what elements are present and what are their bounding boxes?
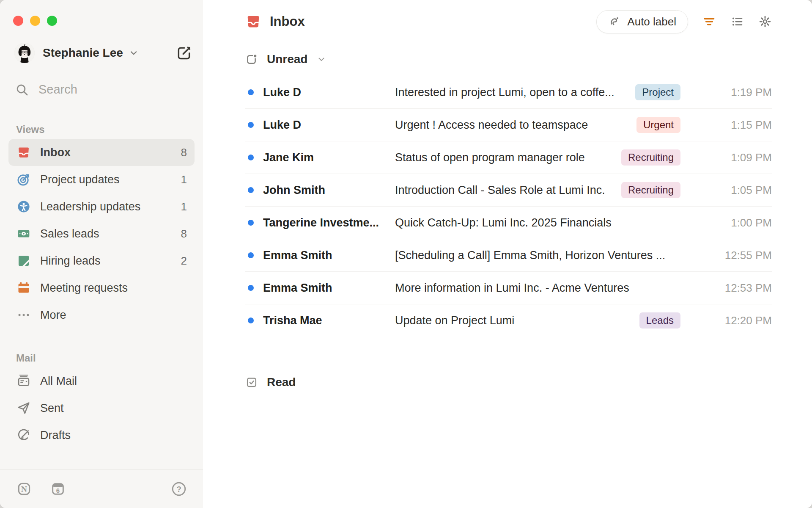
label-badge[interactable]: Leads	[639, 312, 680, 329]
email-time: 12:55 PM	[691, 249, 772, 262]
read-section-toggle[interactable]: Read	[245, 375, 772, 389]
sidebar-item-drafts[interactable]: Drafts	[8, 422, 195, 449]
unread-dot	[248, 220, 254, 226]
list-view-button[interactable]	[730, 15, 744, 28]
email-sender: Luke D	[263, 119, 395, 132]
app-window: Stephanie Lee Search Views Inbox8 Projec…	[0, 0, 812, 508]
close-button[interactable]	[13, 16, 23, 26]
filter-button[interactable]	[702, 15, 716, 28]
checkbox-checked-icon	[245, 376, 258, 389]
sidebar-item-all-mail[interactable]: All Mail	[8, 367, 195, 395]
chevron-down-icon	[316, 54, 326, 64]
email-row[interactable]: Jane Kim Status of open program manager …	[245, 141, 772, 174]
profile-row[interactable]: Stephanie Lee	[14, 43, 192, 63]
email-subject: Update on Project Lumi	[395, 314, 639, 327]
unread-dot	[248, 318, 254, 323]
email-subject: Urgent ! Access needed to teamspace	[395, 119, 636, 132]
main-panel: Inbox Auto label Unread Luke D Inte	[203, 0, 812, 508]
section-title-views: Views	[16, 124, 203, 135]
sidebar-item-inbox[interactable]: Inbox8	[8, 139, 195, 166]
inbox-icon	[245, 14, 261, 30]
notion-workspace-button[interactable]: N	[16, 481, 32, 497]
svg-text:?: ?	[176, 485, 181, 494]
unread-dot	[248, 122, 254, 128]
auto-label-button[interactable]: Auto label	[596, 10, 688, 33]
sidebar-item-label: Leadership updates	[40, 200, 140, 213]
email-row[interactable]: Trisha Mae Update on Project LumiLeads12…	[245, 304, 772, 337]
email-row[interactable]: Luke D Interested in project Lumi, open …	[245, 76, 772, 108]
compose-button[interactable]	[176, 45, 192, 61]
sidebar-item-leadership-updates[interactable]: Leadership updates1	[8, 193, 195, 220]
sidebar-item-project-updates[interactable]: Project updates1	[8, 166, 195, 193]
email-sender: Trisha Mae	[263, 314, 395, 327]
email-row[interactable]: Emma Smith More information in Lumi Inc.…	[245, 271, 772, 304]
label-badge[interactable]: Recruiting	[621, 182, 680, 198]
sidebar-item-meeting-requests[interactable]: Meeting requests	[8, 274, 195, 301]
sidebar-item-sent[interactable]: Sent	[8, 395, 195, 422]
sidebar-item-label: Project updates	[40, 173, 120, 186]
chevron-down-icon	[128, 47, 139, 58]
unread-count: 1	[181, 173, 187, 186]
profile-name: Stephanie Lee	[43, 46, 123, 60]
email-row[interactable]: Luke D Urgent ! Access needed to teamspa…	[245, 108, 772, 141]
search-label: Search	[38, 83, 77, 97]
label-badge[interactable]: Recruiting	[621, 149, 680, 166]
svg-text:N: N	[21, 484, 27, 494]
unread-square-icon	[245, 53, 258, 66]
window-controls	[0, 0, 203, 26]
all-mail-icon	[16, 374, 31, 388]
label-badge[interactable]: Urgent	[636, 117, 680, 133]
email-time: 1:00 PM	[691, 216, 772, 229]
email-row[interactable]: John Smith Introduction Call - Sales Rol…	[245, 174, 772, 206]
help-button[interactable]: ?	[171, 481, 187, 497]
sidebar-item-label: Inbox	[40, 146, 71, 159]
email-time: 12:53 PM	[691, 282, 772, 295]
sidebar-item-hiring-leads[interactable]: Hiring leads2	[8, 247, 195, 274]
label-badge[interactable]: Project	[635, 84, 680, 100]
sidebar-sections: Views Inbox8 Project updates1 Leadership…	[0, 97, 203, 449]
sidebar-item-label: All Mail	[40, 375, 77, 388]
unread-dot	[248, 89, 254, 95]
email-time: 1:09 PM	[691, 151, 772, 164]
email-sender: Jane Kim	[263, 151, 395, 164]
email-subject: Status of open program manager role	[395, 151, 621, 164]
email-list: Luke D Interested in project Lumi, open …	[245, 76, 772, 337]
read-section-label: Read	[267, 375, 296, 389]
email-row[interactable]: Emma Smith [Scheduling a Call] Emma Smit…	[245, 239, 772, 271]
section-title-mail: Mail	[16, 352, 203, 364]
unread-dot	[248, 252, 254, 258]
email-row[interactable]: Tangerine Investme... Quick Catch-Up: Lu…	[245, 206, 772, 239]
unread-filter-label: Unread	[267, 52, 307, 66]
sidebar-item-sales-leads[interactable]: Sales leads8	[8, 220, 195, 247]
sidebar: Stephanie Lee Search Views Inbox8 Projec…	[0, 0, 203, 508]
unread-count: 1	[181, 200, 187, 213]
unread-filter[interactable]: Unread	[245, 52, 772, 66]
sidebar-item-label: Drafts	[40, 429, 71, 442]
read-divider	[245, 399, 772, 399]
email-sender: Emma Smith	[263, 249, 395, 262]
email-time: 1:15 PM	[691, 119, 772, 132]
calendar-icon	[16, 281, 31, 295]
ellipsis-icon	[16, 308, 31, 322]
sidebar-item-label: More	[40, 309, 66, 322]
search-button[interactable]: Search	[15, 83, 192, 97]
email-subject: Interested in project Lumi, open to a co…	[395, 86, 635, 99]
email-subject: More information in Lumi Inc. - Acme Ven…	[395, 282, 691, 295]
unread-dot	[248, 155, 254, 160]
header-actions: Auto label	[596, 10, 772, 33]
drafts-icon	[16, 428, 31, 442]
calendar-app-button[interactable]: 6	[50, 481, 66, 497]
unread-dot	[248, 285, 254, 291]
email-time: 12:20 PM	[691, 314, 772, 327]
settings-button[interactable]	[758, 15, 772, 28]
unread-count: 8	[181, 146, 187, 159]
zoom-button[interactable]	[47, 16, 57, 26]
read-section: Read	[245, 375, 772, 399]
sidebar-item-more[interactable]: More	[8, 301, 195, 329]
email-sender: Luke D	[263, 86, 395, 99]
sidebar-item-label: Hiring leads	[40, 254, 101, 268]
unread-count: 2	[181, 254, 187, 268]
minimize-button[interactable]	[30, 16, 40, 26]
accessibility-icon	[16, 199, 31, 214]
search-icon	[15, 83, 29, 97]
